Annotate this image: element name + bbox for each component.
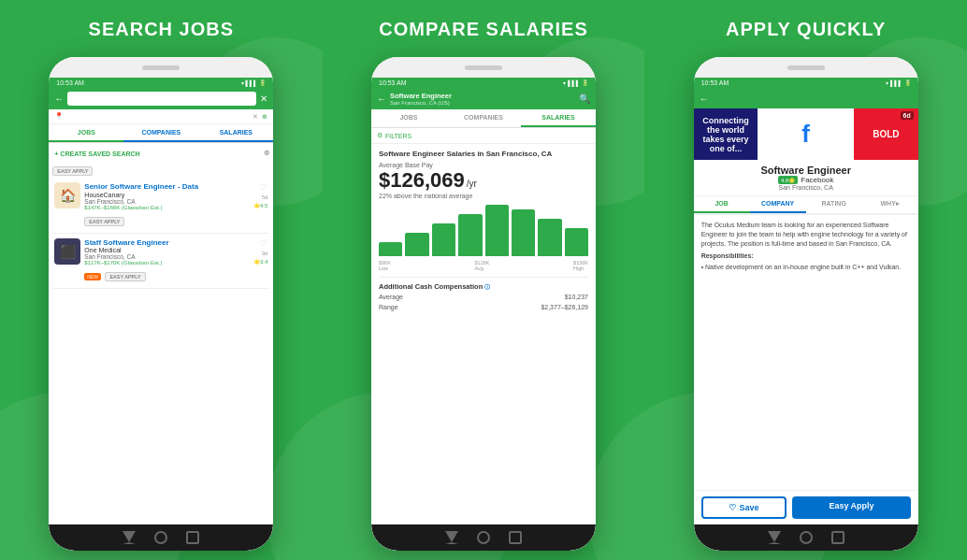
company-banner: Connecting the world takes every one of.… (694, 108, 918, 160)
wifi-icon: ▾ (241, 79, 244, 86)
phone-top-3 (694, 57, 918, 78)
filter-icon-salary: ⚙ (377, 132, 382, 139)
saved-search-label: + CREATE SAVED SEARCH (54, 151, 139, 157)
table-row[interactable]: ⬛ Staff Software Engineer One Medical Sa… (52, 234, 269, 290)
apply-header: ← (694, 88, 918, 108)
chart-bar (512, 209, 535, 256)
salary-tabs: JOBS COMPANIES SALARIES (371, 109, 596, 128)
apply-tab-job[interactable]: JOB (694, 196, 750, 213)
back-nav-btn[interactable] (123, 531, 136, 544)
new-badge: NEW (84, 273, 101, 280)
status-icons-1: ▾ ▌▌▌ 🔋 (241, 79, 267, 86)
banner-left-text: Connecting the world takes every one of.… (694, 114, 758, 155)
save-job-1[interactable]: ♡ (259, 182, 267, 193)
apply-tab-why[interactable]: WHY▸ (862, 196, 918, 213)
home-nav-btn-2[interactable] (477, 531, 490, 544)
search-input[interactable]: Software Engineer (67, 92, 256, 106)
chart-low: $96KLow (379, 260, 391, 271)
status-bar-1: 10:53 AM ▾ ▌▌▌ 🔋 (49, 78, 273, 88)
salary-content: Software Engineer Salaries in San Franci… (371, 144, 596, 524)
salary-header: ← Software Engineer San Francisco, CA (U… (371, 88, 596, 109)
chart-bar (485, 205, 509, 256)
back-nav-btn-3[interactable] (768, 531, 781, 544)
apply-job-title: Software Engineer (701, 165, 911, 176)
recent-nav-btn[interactable] (186, 531, 199, 544)
back-nav-btn-2[interactable] (445, 531, 458, 544)
salary-back-icon[interactable]: ← (377, 93, 386, 104)
save-button[interactable]: ♡ Save (701, 496, 787, 519)
chart-bar (432, 223, 455, 256)
chart-bar (379, 242, 402, 256)
location-icon: 📍 (54, 112, 64, 121)
apply-tab-company[interactable]: COMPANY (750, 196, 806, 213)
job-list: + CREATE SAVED SEARCH ⚙ EASY APPLY 🏠 Sen… (49, 143, 273, 524)
create-saved-search[interactable]: + CREATE SAVED SEARCH ⚙ (52, 147, 269, 160)
avg-comp-row: Average $10,237 (379, 292, 588, 302)
phone-top-1 (49, 57, 273, 78)
days-2: 3d (262, 251, 268, 256)
back-icon[interactable]: ← (54, 93, 64, 104)
salary-tab-salaries[interactable]: SALARIES (521, 109, 596, 127)
signal-icon-2: ▌▌▌ (568, 80, 580, 86)
gps-icon[interactable]: ⊕ (262, 113, 267, 121)
status-bar-3: 10:53 AM ▾ ▌▌▌ 🔋 (694, 78, 918, 88)
range-row-label: Range (379, 304, 398, 310)
salary-amount-row: $126,069 /yr (379, 170, 588, 191)
job-info-1: Senior Software Engineer - Data HouseCan… (84, 182, 250, 228)
table-row[interactable]: 🏠 Senior Software Engineer - Data HouseC… (52, 178, 269, 234)
phone-nav-1 (49, 524, 273, 551)
job-info-2: Staff Software Engineer One Medical San … (84, 238, 250, 284)
search-bar: ← Software Engineer ✕ (49, 88, 273, 109)
clear-search-icon[interactable]: ✕ (260, 93, 267, 104)
salary-title-text: Software Engineer Salaries in San Franci… (379, 150, 588, 159)
easy-apply-2: EASY APPLY (105, 272, 145, 281)
apply-tab-rating[interactable]: RATING (806, 196, 862, 213)
apply-body: The Oculus Medium team is looking for an… (694, 215, 918, 490)
job-company-1: HouseCanary (84, 192, 250, 198)
status-bar-2: 10:53 AM ▾ ▌▌▌ 🔋 (371, 78, 596, 88)
apply-company-row: 4.6⭐ Facebook (701, 176, 911, 184)
apply-job-info: Software Engineer 4.6⭐ Facebook San Fran… (694, 160, 918, 196)
save-label: Save (739, 503, 758, 512)
location-input[interactable]: San Francisco, CA (US) (67, 112, 249, 121)
salary-amount: $126,069 (379, 170, 465, 191)
clear-location-icon[interactable]: ✕ (253, 113, 258, 121)
filters-label[interactable]: FILTERS (385, 133, 411, 139)
job-logo-2: ⬛ (54, 238, 80, 265)
tab-companies[interactable]: COMPANIES (123, 124, 198, 142)
salary-tab-jobs[interactable]: JOBS (371, 109, 446, 127)
avg-row-label: Average (379, 294, 403, 300)
salary-header-title: Software Engineer (390, 92, 575, 100)
recent-nav-btn-2[interactable] (509, 531, 522, 544)
battery-icon-2: 🔋 (582, 79, 588, 86)
home-nav-btn[interactable] (154, 531, 167, 544)
easy-apply-label: Easy Apply (829, 501, 873, 510)
banner-content: Connecting the world takes every one of.… (694, 108, 918, 160)
job-company-2: One Medical (84, 247, 250, 253)
easy-apply-button[interactable]: Easy Apply (792, 496, 910, 519)
status-time-2: 10:53 AM (379, 79, 407, 86)
tab-salaries[interactable]: SALARIES (198, 124, 273, 142)
tab-jobs[interactable]: JOBS (49, 124, 123, 142)
status-time-1: 10:53 AM (56, 79, 84, 86)
phone-nav-2 (371, 524, 596, 551)
salary-search-icon[interactable]: 🔍 (579, 93, 590, 104)
salary-period: /yr (467, 179, 477, 189)
battery-icon-3: 🔋 (904, 79, 911, 86)
chart-bar (458, 214, 482, 256)
apply-tabs: JOB COMPANY RATING WHY▸ (694, 196, 918, 215)
add-comp-text: Additional Cash Compensation (379, 282, 483, 291)
save-job-2[interactable]: ♡ (259, 238, 267, 249)
apply-actions: ♡ Save Easy Apply (694, 490, 918, 524)
chart-high: $156KHigh (573, 260, 588, 271)
chart-bar (405, 233, 428, 256)
recent-nav-btn-3[interactable] (831, 531, 844, 544)
apply-screen: 10:53 AM ▾ ▌▌▌ 🔋 ← Connecting the world … (694, 78, 918, 524)
filter-icon[interactable]: ⚙ (264, 150, 269, 157)
job-title-2: Staff Software Engineer (84, 238, 250, 248)
phone-top-2 (371, 57, 596, 78)
home-nav-btn-3[interactable] (800, 531, 813, 544)
chart-avg: $126KAvg. (475, 260, 490, 271)
salary-tab-companies[interactable]: COMPANIES (446, 109, 521, 127)
apply-back-icon[interactable]: ← (700, 93, 709, 104)
